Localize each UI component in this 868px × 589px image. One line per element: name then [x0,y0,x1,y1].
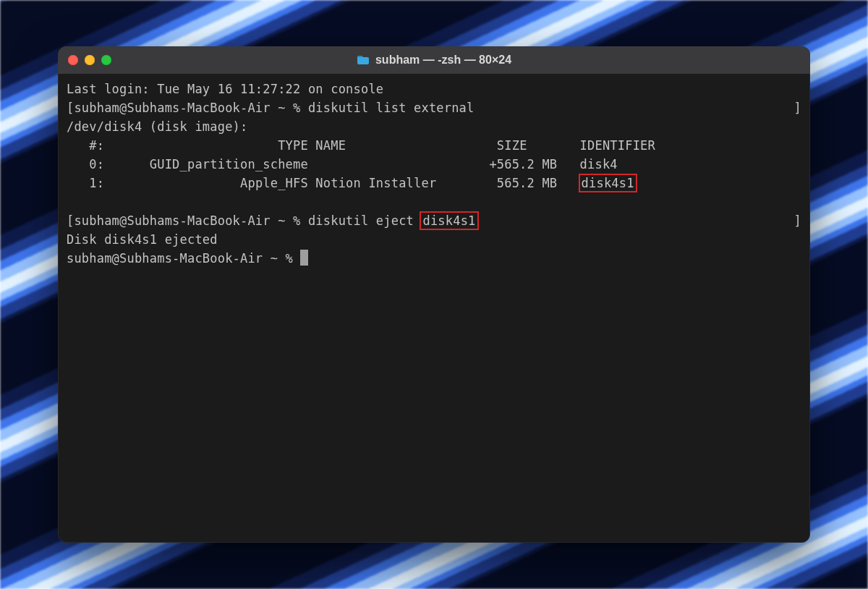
command-2-pre: diskutil eject [308,213,422,228]
prompt-line-1: [subham@Subhams-MacBook-Air ~ % diskutil… [67,98,801,117]
zoom-button[interactable] [101,55,111,65]
prompt-2: subham@Subhams-MacBook-Air ~ % [74,213,307,228]
minimize-button[interactable] [85,55,95,65]
traffic-lights [68,55,111,65]
prompt-line-3: subham@Subhams-MacBook-Air ~ % [67,249,801,268]
folder-icon [357,55,370,65]
eject-result: Disk disk4s1 ejected [67,230,801,249]
device-line: /dev/disk4 (disk image): [67,117,801,136]
last-login-line: Last login: Tue May 16 11:27:22 on conso… [67,80,801,98]
list-row-0: 0: GUID_partition_scheme +565.2 MB disk4 [67,155,801,174]
blank-line [67,192,801,211]
terminal-cursor [300,250,308,266]
terminal-window: subham — -zsh — 80×24 Last login: Tue Ma… [58,46,810,543]
prompt-3: subham@Subhams-MacBook-Air ~ % [67,251,300,266]
terminal-output[interactable]: Last login: Tue May 16 11:27:22 on conso… [58,74,810,543]
close-button[interactable] [68,55,78,65]
prompt-line-2: [subham@Subhams-MacBook-Air ~ % diskutil… [67,211,801,230]
window-titlebar[interactable]: subham — -zsh — 80×24 [58,46,810,74]
list-header: #: TYPE NAME SIZE IDENTIFIER [67,136,801,155]
list-row-1: 1: Apple_HFS Notion Installer 565.2 MB d… [67,174,801,192]
prompt-1: subham@Subhams-MacBook-Air ~ % [74,101,307,115]
highlight-disk4s1-a: disk4s1 [579,174,637,192]
highlight-disk4s1-b: disk4s1 [420,211,478,230]
command-1: diskutil list external [308,101,475,115]
window-title: subham — -zsh — 80×24 [375,54,511,67]
